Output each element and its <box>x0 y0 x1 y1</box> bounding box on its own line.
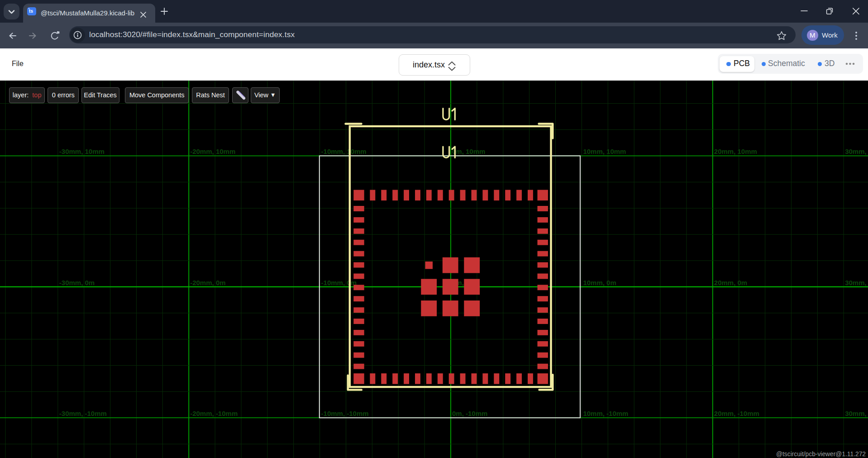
svg-text:30mm, -10mm: 30mm, -10mm <box>845 410 868 417</box>
svg-text:20mm, 10mm: 20mm, 10mm <box>714 148 757 155</box>
svg-text:-10mm, -10mm: -10mm, -10mm <box>321 410 369 417</box>
svg-text:0m, 10mm: 0m, 10mm <box>452 148 485 155</box>
svg-text:10mm, 0m: 10mm, 0m <box>583 279 616 286</box>
svg-text:20mm, 0m: 20mm, 0m <box>714 279 747 286</box>
svg-text:-10mm, 0m: -10mm, 0m <box>321 279 357 286</box>
svg-text:10mm, 10mm: 10mm, 10mm <box>583 148 626 155</box>
svg-text:-30mm, -10mm: -30mm, -10mm <box>59 410 107 417</box>
svg-text:-10mm, 10mm: -10mm, 10mm <box>321 148 367 155</box>
svg-text:-20mm, -10mm: -20mm, -10mm <box>190 410 238 417</box>
svg-text:30mm, 10mm: 30mm, 10mm <box>845 148 868 155</box>
svg-text:-20mm, 0m: -20mm, 0m <box>190 279 225 286</box>
svg-text:30mm, 0m: 30mm, 0m <box>845 279 868 286</box>
svg-text:0m, -10mm: 0m, -10mm <box>452 410 487 417</box>
svg-text:-30mm, 10mm: -30mm, 10mm <box>59 148 105 155</box>
svg-text:-30mm, 0m: -30mm, 0m <box>59 279 95 286</box>
svg-text:-20mm, 10mm: -20mm, 10mm <box>190 148 235 155</box>
svg-text:20mm, -10mm: 20mm, -10mm <box>714 410 759 417</box>
svg-text:10mm, -10mm: 10mm, -10mm <box>583 410 628 417</box>
